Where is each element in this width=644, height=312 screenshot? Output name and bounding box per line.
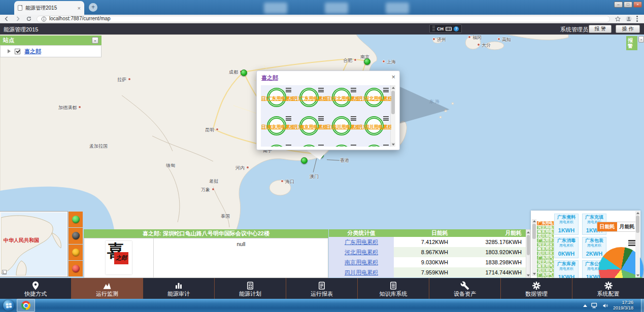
map-marker[interactable] [364,58,370,65]
nav-item-monitoring[interactable]: 运行监测 [72,278,143,299]
column-header-month-energy[interactable]: 月能耗 [452,229,526,237]
legend-cell[interactable] [69,212,83,227]
chrome-taskbar-button[interactable] [17,299,35,312]
clock[interactable]: 17:26 2019/3/18 [613,300,633,311]
stat-card[interactable]: 广东煮料用电累积1KWH [554,214,579,235]
scrollbar-thumb[interactable] [532,224,536,239]
ime-toolbar[interactable]: CH ? [429,24,462,33]
nav-item-energy-audit[interactable]: 能源审计 [143,278,215,299]
category-link[interactable]: 河北用电累积 [329,247,394,257]
info-icon[interactable] [41,16,47,22]
expand-arrow-icon[interactable] [8,49,11,53]
keyboard-icon[interactable] [446,27,452,31]
category-link[interactable]: 南京用电累积 [329,257,394,267]
address-bar[interactable]: localhost:7887/current/map [37,16,610,22]
scrollbar-thumb[interactable] [391,91,395,114]
minimize-button[interactable]: – [614,2,623,8]
scroll-up-icon[interactable] [391,85,395,90]
operate-button[interactable]: 操 作 [616,25,640,33]
stat-card[interactable]: 广东消毒用电累积0KWH [554,237,579,258]
scroll-up-icon[interactable] [635,211,640,215]
gauge-label[interactable]: (月)四川用电累积 [355,124,391,130]
scroll-up-icon[interactable] [526,230,530,234]
scrollbar-thumb[interactable] [527,235,530,255]
menu-icon[interactable] [286,116,291,122]
category-item[interactable]: 四川用电 [537,234,554,238]
close-button[interactable]: × [633,2,642,8]
table-scrollbar[interactable] [526,229,531,278]
panel-scrollbar[interactable] [635,211,640,278]
maximize-button[interactable]: □ [624,2,632,8]
gauge-cell[interactable]: (月)南京用电累积 [293,114,326,142]
site-checkbox[interactable] [15,49,20,54]
category-link[interactable]: 四川用电累积 [329,267,394,278]
profile-avatar-icon[interactable] [625,15,632,22]
menu-icon[interactable] [286,88,291,93]
column-header-category[interactable]: 分类统计值 [329,229,394,237]
category-item[interactable]: 南京用水 [537,247,554,251]
alarm-button[interactable]: 报 警 [589,25,612,33]
popup-scrollbar[interactable] [390,85,395,147]
site-link[interactable]: 喜之郎 [24,48,41,55]
back-icon[interactable] [3,15,10,22]
legend-cell[interactable] [69,261,83,276]
menu-kebab-icon[interactable] [636,16,638,22]
gauge-cell[interactable]: (月)四川用电累积 [358,114,391,142]
scroll-up-icon[interactable] [532,219,536,223]
category-item[interactable]: 河北用汽 [537,260,554,264]
popup-close-icon[interactable]: × [391,73,395,81]
tray-expand-icon[interactable] [583,304,587,307]
gauge-label[interactable]: (月)河北用电累积 [355,95,391,102]
gauge-cell[interactable]: (日)南京用电累积 [261,114,293,142]
gauge-cell[interactable]: (日)河北用电累积 [326,85,358,114]
category-item[interactable]: 广东用汽 [537,256,554,260]
map-marker[interactable] [301,157,308,164]
category-item[interactable]: 河北用水 [537,243,554,247]
scroll-down-icon[interactable] [526,273,530,278]
scroll-down-icon[interactable] [635,273,640,278]
map-marker[interactable] [241,70,247,76]
category-scrollbar[interactable] [532,219,536,276]
tab-day-energy[interactable]: 日能耗 [597,222,617,231]
alarm-collapse-button[interactable]: - [638,36,644,43]
menu-icon[interactable] [318,116,324,122]
nav-item-knowledge-base[interactable]: 知识库系统 [358,278,429,299]
bookmark-star-icon[interactable] [614,15,621,22]
gauge-cell[interactable]: (月)广东用电累积 [293,85,326,114]
show-desktop-button[interactable] [641,299,644,312]
forward-icon[interactable] [14,15,21,22]
nav-item-energy-plan[interactable]: 能源计划 [215,278,286,299]
tab-month-energy[interactable]: 月能耗 [617,222,637,231]
gauge-cell[interactable]: (日)四川用电累积 [326,114,358,142]
nav-item-data-management[interactable]: 数据管理 [501,278,572,299]
scroll-down-icon[interactable] [391,142,395,147]
nav-item-shortcuts[interactable]: 快捷方式 [0,278,72,299]
legend-cell[interactable] [69,245,83,260]
category-item[interactable]: 四川用汽 [537,269,554,273]
scrollbar-thumb[interactable] [636,216,639,233]
refresh-icon[interactable] [25,15,32,22]
menu-icon[interactable] [351,116,356,122]
category-item[interactable]: 南京用汽 [537,264,554,268]
category-item[interactable]: 南京用电 [537,230,554,234]
category-item[interactable]: 河北用电 [537,226,554,230]
category-item[interactable]: 广东用电 [537,221,554,225]
tab-close-icon[interactable]: × [78,5,81,11]
ime-language-label[interactable]: CH [437,26,444,31]
menu-icon[interactable] [351,88,356,93]
collapse-button[interactable]: - [92,37,98,44]
popup-title-link[interactable]: 喜之郎 [261,74,278,82]
start-button[interactable] [3,300,14,311]
gauge-cell[interactable]: (日)广东用电累积 [261,85,293,114]
network-icon[interactable] [591,302,598,309]
stat-card[interactable]: 广东包装用电累积2KWH [582,237,606,258]
menu-icon[interactable] [318,88,324,93]
menu-icon[interactable] [383,116,389,122]
gauge-cell[interactable]: (月)河北用电累积 [358,85,391,114]
scroll-down-icon[interactable] [532,272,536,276]
legend-cell[interactable] [69,228,83,244]
browser-tab[interactable]: 能源管理2015 × [14,1,84,15]
volume-icon[interactable] [602,302,609,309]
ime-help-icon[interactable]: ? [454,26,459,31]
category-item[interactable]: 广东用水 [537,238,554,242]
